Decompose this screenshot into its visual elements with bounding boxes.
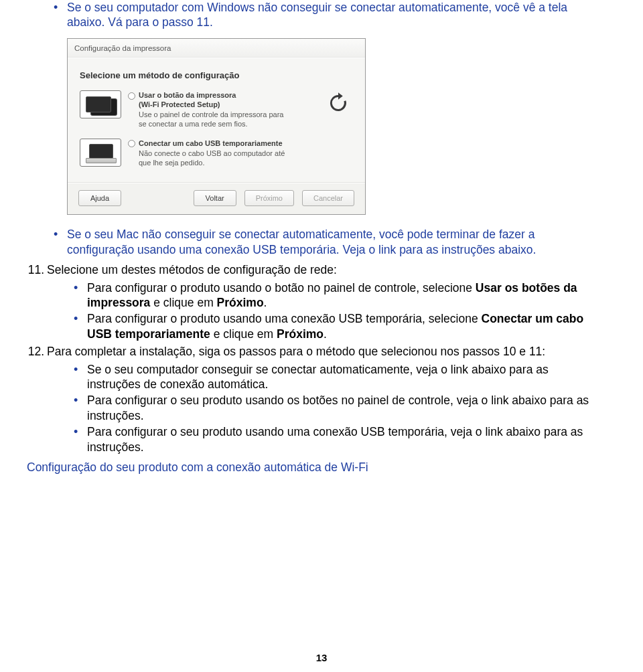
- help-button[interactable]: Ajuda: [78, 190, 121, 206]
- step-12: 12. Para completar a instalação, siga os…: [27, 344, 605, 454]
- option-text: Usar o botão da impressora (Wi-Fi Protec…: [128, 90, 353, 129]
- text-mid: e clique em: [150, 296, 216, 309]
- option-usb[interactable]: Conectar um cabo USB temporariamente Não…: [80, 139, 353, 168]
- dialog-heading: Selecione um método de configuração: [80, 70, 353, 82]
- cancel-button[interactable]: Cancelar: [302, 190, 354, 206]
- option-wps[interactable]: Usar o botão da impressora (Wi-Fi Protec…: [80, 90, 353, 129]
- option-subtitle: (Wi-Fi Protected Setup): [139, 100, 353, 109]
- option-desc: Use o painel de controle da impressora p…: [139, 110, 293, 129]
- text: Para configurar o seu produto usando os …: [87, 394, 589, 422]
- list-item: Para configurar o seu produto usando os …: [74, 393, 605, 423]
- step-11: 11. Selecione um destes métodos de confi…: [27, 262, 605, 341]
- text-post: .: [264, 296, 267, 309]
- text-bold2: Próximo: [217, 296, 264, 309]
- step-list: 11. Selecione um destes métodos de confi…: [27, 262, 605, 454]
- embedded-screenshot: Configuração da impressora Selecione um …: [67, 38, 605, 216]
- list-item: Para configurar o produto usando uma con…: [74, 311, 605, 341]
- step-12-sublist: Se o seu computador conseguir se conecta…: [74, 362, 605, 454]
- dialog-body: Selecione um método de configuração Usar…: [68, 58, 365, 183]
- bullet-text: Se o seu computador com Windows não cons…: [67, 1, 567, 29]
- step-number: 11.: [27, 262, 44, 277]
- laptop-icon: [80, 139, 121, 167]
- step-number: 12.: [27, 344, 44, 359]
- text-pre: Para configurar o produto usando o botão…: [87, 281, 476, 295]
- bullet-item: Se o seu computador com Windows não cons…: [54, 0, 605, 30]
- text-mid: e clique em: [210, 327, 277, 341]
- refresh-icon: [326, 91, 350, 115]
- monitors-icon: [80, 90, 121, 118]
- list-item: Para configurar o seu produto usando uma…: [74, 424, 605, 454]
- radio-icon[interactable]: [128, 92, 135, 100]
- dialog-titlebar: Configuração da impressora: [68, 39, 365, 58]
- bullet-text: Se o seu Mac não conseguir se conectar a…: [67, 228, 536, 256]
- step-text: Para completar a instalação, siga os pas…: [47, 345, 545, 358]
- bullet-list-top: Se o seu computador com Windows não cons…: [54, 0, 605, 30]
- text: Se o seu computador conseguir se conecta…: [87, 363, 549, 391]
- text-pre: Para configurar o produto usando uma con…: [87, 312, 482, 325]
- text-bold2: Próximo: [277, 327, 324, 341]
- printer-config-dialog: Configuração da impressora Selecione um …: [67, 38, 366, 216]
- text: Para configurar o seu produto usando uma…: [87, 425, 583, 453]
- option-title: Conectar um cabo USB temporariamente: [139, 139, 283, 147]
- step-text: Selecione um destes métodos de configura…: [47, 263, 337, 276]
- bullet-item: Se o seu Mac não conseguir se conectar a…: [54, 227, 605, 257]
- radio-icon[interactable]: [128, 140, 135, 147]
- bullet-list-mac: Se o seu Mac não conseguir se conectar a…: [54, 227, 605, 257]
- list-item: Para configurar o produto usando o botão…: [74, 280, 605, 311]
- page-number: 13: [0, 651, 643, 664]
- wifi-auto-config-link[interactable]: Configuração do seu produto com a conexã…: [27, 460, 605, 475]
- list-item: Se o seu computador conseguir se conecta…: [74, 362, 605, 392]
- dialog-button-bar: Ajuda Voltar Próximo Cancelar: [68, 183, 365, 214]
- back-button[interactable]: Voltar: [194, 190, 236, 206]
- option-title: Usar o botão da impressora: [139, 91, 236, 99]
- next-button[interactable]: Próximo: [244, 190, 294, 206]
- step-11-sublist: Para configurar o produto usando o botão…: [74, 280, 605, 342]
- option-text: Conectar um cabo USB temporariamente Não…: [128, 139, 353, 168]
- text-post: .: [324, 327, 327, 341]
- option-desc: Não conecte o cabo USB ao computador até…: [139, 149, 293, 168]
